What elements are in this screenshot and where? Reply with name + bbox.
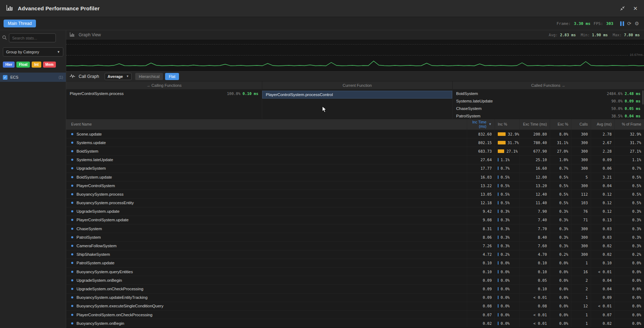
inc-time-value: 0.09 [467, 285, 495, 293]
mode-select[interactable]: Average ▼ [105, 73, 132, 80]
inc-pct-bar [498, 192, 498, 196]
collapse-icon[interactable] [620, 6, 625, 11]
function-pct: 38.5% [611, 114, 623, 118]
called-function-row[interactable]: BoidSystem2484.6%2.48 ms [453, 90, 644, 97]
function-ms: 2.48 ms [625, 91, 640, 96]
table-row[interactable]: PatrolSystem8.060.3%8.400.3%3000.030.3% [66, 233, 644, 241]
exc-time-value: 0.10 [519, 259, 550, 267]
inc-time-value: 8.06 [467, 233, 495, 241]
table-row[interactable]: BoidSystem.update16.030.5%12.000.5%53.21… [66, 173, 644, 181]
inc-pct-bar [498, 227, 498, 231]
table-row[interactable]: UpgradeSystem.onBegin0.090.0%0.050.0%20.… [66, 276, 644, 284]
column-header-name[interactable]: Event Name [66, 119, 467, 129]
checkbox-checked-icon[interactable]: ✓ [3, 75, 7, 80]
inc-pct-value: 0.3% [501, 218, 510, 222]
group-by-select[interactable]: Group by Category ▼ [3, 47, 63, 57]
avg-value: 0.02 [591, 250, 614, 259]
frame-pct-value: 0.3% [614, 242, 644, 250]
column-header-calls[interactable]: Calls [571, 119, 591, 129]
table-row[interactable]: PatrolSystem.update0.100.0%0.100.0%10.10… [66, 259, 644, 267]
inc-pct-bar [498, 141, 506, 144]
column-header-excp[interactable]: Exc % [550, 119, 571, 129]
table-row[interactable]: ShipShakeSystem4.720.2%4.700.2%3000.020.… [66, 250, 644, 259]
table-row[interactable]: BuoyancySystem.process13.050.5%12.400.5%… [66, 190, 644, 198]
main-panel: Graph View Avg: 2.83 ms Min: 1.90 ms Max… [66, 30, 644, 328]
mouse-cursor [322, 106, 327, 115]
exc-time-value: 0.05 [519, 276, 550, 284]
column-header-avg[interactable]: Avg (ms) [591, 119, 614, 129]
inc-pct-value: 0.0% [501, 313, 510, 317]
flat-button[interactable]: Flat [165, 73, 179, 80]
event-name: BuoyancySystem.updateEntityTracking [76, 295, 148, 300]
frame-pct-value: 0.0% [614, 311, 644, 319]
filter-chip-float[interactable]: Float [16, 62, 30, 68]
inc-pct-cell: 31.7% [495, 138, 519, 147]
sidebar: Group by Category ▼ HierFloatIntMem ✓ECS… [0, 30, 66, 328]
refresh-icon[interactable]: ⟳ [627, 21, 632, 26]
calls-value: 103 [571, 199, 591, 207]
inc-pct-bar [498, 296, 498, 299]
table-row[interactable]: BuoyancySystem.executeSingleConditionQue… [66, 302, 644, 310]
avg-value: < 0.01 [591, 268, 614, 276]
inc-pct-value: 32.9% [508, 132, 519, 136]
table-row[interactable]: Systems.update802.1531.7%780.4031.1%3002… [66, 138, 644, 147]
inc-pct-cell: 0.5% [495, 190, 519, 198]
calls-value: 300 [571, 164, 591, 173]
hierarchical-button[interactable]: Hierarchical [135, 73, 163, 80]
table-row[interactable]: BuoyancySystem.processEntity12.180.5%11.… [66, 199, 644, 207]
table-row[interactable]: CameraFollowSystem7.260.3%7.600.3%3000.0… [66, 241, 644, 250]
called-scrollbar[interactable] [642, 90, 644, 105]
inc-time-value: 0.08 [467, 302, 495, 310]
avg-value: 0.03 [591, 224, 614, 233]
pause-icon[interactable] [620, 21, 624, 26]
event-name: ChaseSystem [76, 227, 102, 231]
table-row[interactable]: Systems.lateUpdate27.641.1%25.101.0%3000… [66, 155, 644, 164]
table-row[interactable]: BuoyancySystem.queryEntities0.100.0%0.10… [66, 267, 644, 276]
filter-chip-hier[interactable]: Hier [3, 62, 15, 68]
filter-chip-int[interactable]: Int [32, 62, 41, 68]
frame-time-plot[interactable]: 16.67ms [66, 39, 644, 71]
tab-main-thread[interactable]: Main Thread [4, 20, 36, 27]
avg-value: 0.13 [591, 216, 614, 224]
table-row[interactable]: PlayerControlSystem.update9.080.3%7.400.… [66, 216, 644, 224]
graph-view-header: Graph View Avg: 2.83 ms Min: 1.90 ms Max… [66, 30, 644, 39]
called-function-row[interactable]: Systems.lateUpdate90.0%0.09 ms [453, 97, 644, 105]
called-function-row[interactable]: ChaseSystem50.0%0.05 ms [453, 105, 644, 112]
exc-pct-value: 0.5% [550, 181, 571, 190]
table-row[interactable]: BuoyancySystem.updateEntityTracking0.090… [66, 293, 644, 302]
table-row[interactable]: ChaseSystem8.310.3%7.700.3%3000.030.3% [66, 224, 644, 233]
avg-value: 0.12 [591, 199, 614, 207]
calling-functions-header: → Calling Functions [66, 81, 262, 90]
table-row[interactable]: BoidSystem683.7327.1%677.9027.0%3002.282… [66, 147, 644, 155]
event-bullet-icon [71, 219, 73, 221]
frame-pct-value: 32.9% [614, 130, 644, 138]
inc-pct-value: 0.0% [501, 287, 510, 291]
current-function-cell[interactable]: PlayerControlSystem.processControl [262, 91, 452, 99]
called-function-row[interactable]: PatrolSystem38.5%0.04 ms [453, 112, 644, 119]
column-header-fr[interactable]: % of Frame [614, 119, 644, 129]
exc-time-value: 7.90 [519, 207, 550, 216]
calls-value: 300 [571, 242, 591, 250]
call-graph-body: PlayerControlSystem.process100.0%0.10 ms… [66, 90, 644, 119]
table-row[interactable]: UpgradeSystem.update9.420.3%7.900.3%760.… [66, 207, 644, 216]
event-bullet-icon [71, 228, 73, 230]
table-row[interactable]: Scene.update832.6032.9%200.808.0%3002.78… [66, 129, 644, 138]
table-row[interactable]: PlayerControlSystem.onCheckProcessing0.0… [66, 310, 644, 319]
column-header-inc[interactable]: Inc Time (ms)▼ [467, 119, 495, 129]
gear-icon[interactable]: ⚙ [634, 21, 639, 26]
table-row[interactable]: UpgradeSystem17.770.7%16.600.7%3000.060.… [66, 164, 644, 173]
close-icon[interactable]: ✕ [633, 5, 638, 12]
search-input[interactable] [9, 33, 56, 42]
column-header-exc[interactable]: Exc Time (ms) [519, 119, 550, 129]
table-row[interactable]: BuoyancySystem.onBegin0.020.0%< 0.010.0%… [66, 319, 644, 327]
inc-pct-cell: 0.0% [495, 276, 519, 284]
event-name: PlayerControlSystem.onCheckProcessing [76, 313, 152, 317]
column-header-incp[interactable]: Inc % [495, 119, 519, 129]
exc-time-value: 11.40 [519, 199, 550, 207]
calling-function-row[interactable]: PlayerControlSystem.process100.0%0.10 ms [66, 90, 262, 97]
category-row-ecs[interactable]: ✓ECS(1) [0, 73, 66, 82]
event-bullet-icon [71, 288, 73, 290]
filter-chip-mem[interactable]: Mem [43, 62, 56, 68]
table-row[interactable]: PlayerControlSystem13.220.5%13.200.5%300… [66, 181, 644, 190]
table-row[interactable]: UpgradeSystem.onCheckProcessing0.090.0%0… [66, 284, 644, 293]
